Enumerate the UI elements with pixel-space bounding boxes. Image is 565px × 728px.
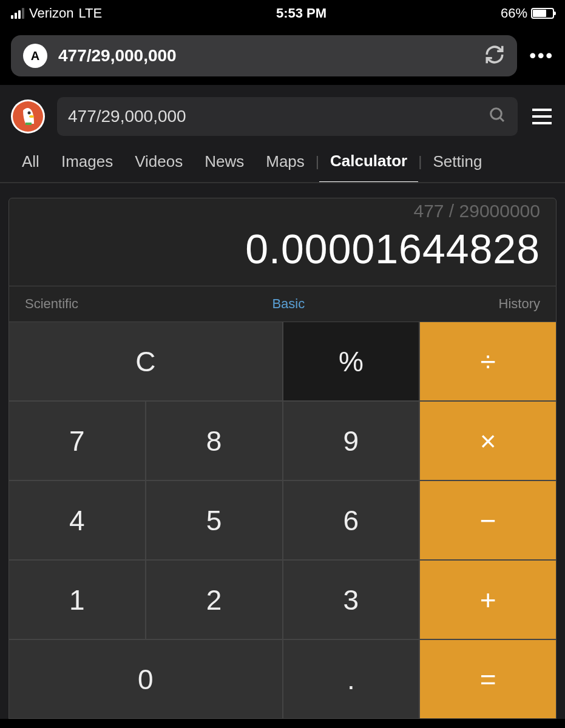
battery-icon: [531, 8, 554, 19]
svg-point-5: [491, 109, 502, 120]
calc-display: 477 / 29000000 0.00001644828: [8, 198, 557, 286]
mode-history[interactable]: History: [499, 296, 540, 312]
btn-multiply[interactable]: ×: [420, 402, 556, 480]
search-icon[interactable]: [489, 106, 507, 127]
tab-settings[interactable]: Setting: [422, 152, 493, 182]
calc-expression: 477 / 29000000: [25, 201, 540, 219]
btn-decimal[interactable]: .: [283, 640, 419, 718]
btn-equals[interactable]: =: [420, 640, 556, 718]
btn-divide[interactable]: ÷: [420, 322, 556, 400]
network-label: LTE: [78, 5, 102, 21]
tab-all[interactable]: All: [11, 152, 50, 182]
search-header: [0, 85, 565, 136]
refresh-icon[interactable]: [484, 44, 505, 67]
svg-point-3: [29, 115, 34, 118]
calc-keypad: C % ÷ 7 8 9 × 4 5 6 − 1 2 3 + 0 . =: [8, 322, 557, 719]
svg-point-2: [28, 112, 31, 115]
calculator: 477 / 29000000 0.00001644828 Scientific …: [0, 183, 565, 719]
btn-plus[interactable]: +: [420, 561, 556, 639]
btn-9[interactable]: 9: [283, 402, 419, 480]
url-bar[interactable]: A 477/29,000,000: [11, 35, 517, 76]
search-box[interactable]: [57, 97, 518, 136]
status-right: 66%: [501, 5, 554, 21]
carrier-label: Verizon: [29, 5, 73, 21]
battery-pct-label: 66%: [501, 5, 527, 21]
url-text: 477/29,000,000: [58, 46, 473, 66]
btn-6[interactable]: 6: [283, 481, 419, 559]
hamburger-menu-icon[interactable]: [530, 106, 554, 127]
btn-percent[interactable]: %: [283, 322, 419, 400]
mode-scientific[interactable]: Scientific: [25, 296, 78, 312]
duckduckgo-logo-icon[interactable]: [11, 99, 45, 133]
signal-icon: [11, 8, 24, 19]
btn-clear[interactable]: C: [9, 322, 282, 400]
search-tabs: All Images Videos News Maps | Calculator…: [0, 136, 565, 183]
calc-mode-tabs: Scientific Basic History: [8, 286, 557, 322]
btn-1[interactable]: 1: [9, 561, 145, 639]
btn-4[interactable]: 4: [9, 481, 145, 559]
status-bar: Verizon LTE 5:53 PM 66%: [0, 0, 565, 27]
btn-3[interactable]: 3: [283, 561, 419, 639]
btn-7[interactable]: 7: [9, 402, 145, 480]
status-left: Verizon LTE: [11, 5, 102, 21]
tab-news[interactable]: News: [194, 152, 255, 182]
more-menu-icon[interactable]: •••: [529, 46, 554, 66]
calc-result: 0.00001644828: [25, 225, 540, 272]
tab-videos[interactable]: Videos: [124, 152, 194, 182]
tab-maps[interactable]: Maps: [255, 152, 316, 182]
btn-minus[interactable]: −: [420, 481, 556, 559]
svg-rect-4: [25, 123, 32, 125]
reader-mode-badge[interactable]: A: [23, 44, 47, 68]
btn-8[interactable]: 8: [146, 402, 282, 480]
tab-images[interactable]: Images: [50, 152, 124, 182]
tab-calculator[interactable]: Calculator: [319, 152, 418, 183]
svg-line-6: [500, 118, 504, 121]
btn-0[interactable]: 0: [9, 640, 282, 718]
btn-5[interactable]: 5: [146, 481, 282, 559]
search-input[interactable]: [68, 107, 489, 126]
mode-basic[interactable]: Basic: [272, 296, 305, 312]
browser-toolbar: A 477/29,000,000 •••: [0, 27, 565, 85]
btn-2[interactable]: 2: [146, 561, 282, 639]
time-label: 5:53 PM: [276, 5, 326, 21]
